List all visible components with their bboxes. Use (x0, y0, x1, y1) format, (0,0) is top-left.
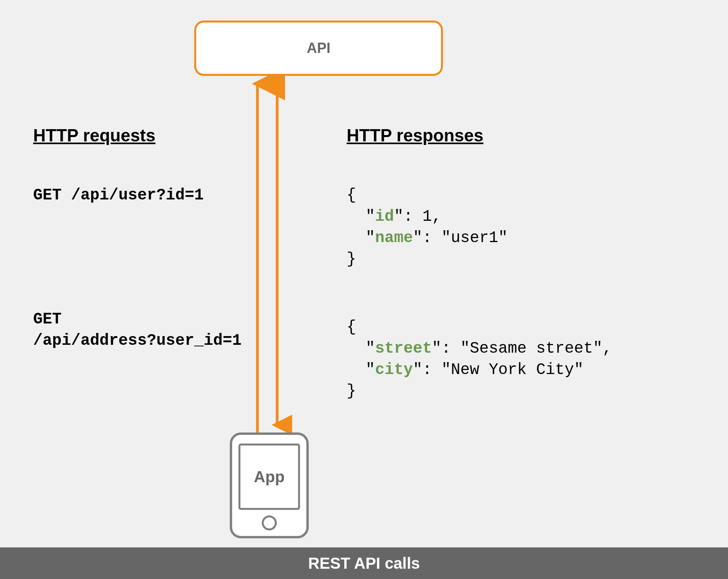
footer-label: REST API calls (308, 555, 420, 572)
home-button-icon (262, 515, 277, 530)
requests-column: HTTP requests GET /api/user?id=1 GET /ap… (33, 126, 246, 352)
footer-bar: REST API calls (0, 547, 728, 579)
api-node: API (194, 21, 443, 76)
request-1: GET /api/user?id=1 (33, 185, 246, 206)
response-2: { "street": "Sesame street", "city": "Ne… (347, 317, 702, 402)
diagram-canvas: API App HTTP requests GET /api/user?id=1… (0, 0, 728, 579)
app-screen: App (238, 444, 300, 510)
api-label: API (307, 40, 330, 56)
app-device: App (230, 432, 309, 538)
responses-column: HTTP responses { "id": 1, "name": "user1… (347, 126, 702, 402)
requests-heading: HTTP requests (33, 126, 246, 145)
request-2: GET /api/address?user_id=1 (33, 309, 246, 352)
app-label: App (254, 468, 285, 486)
arrows (241, 76, 292, 433)
response-1: { "id": 1, "name": "user1" } (347, 185, 702, 270)
responses-heading: HTTP responses (347, 126, 702, 145)
